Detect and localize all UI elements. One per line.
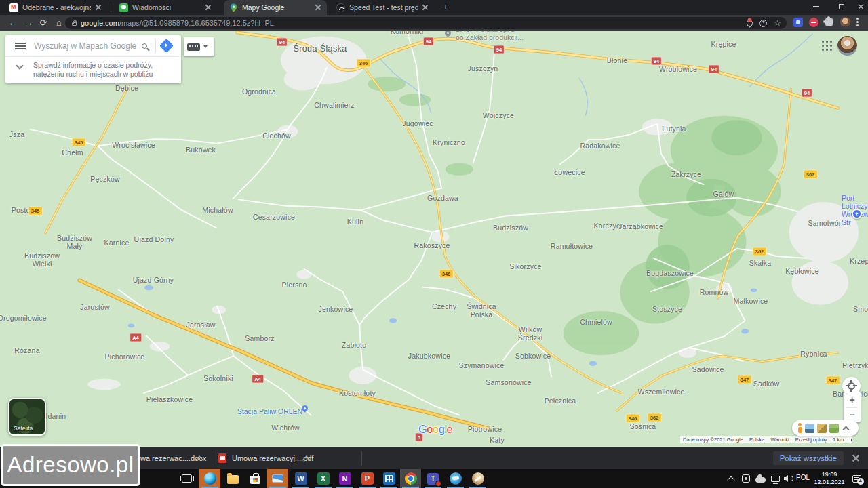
directions-icon[interactable] — [159, 39, 174, 53]
forward-button[interactable]: → — [22, 17, 35, 29]
map-town-label[interactable]: Różana — [14, 347, 39, 355]
downloads-bar-close-icon[interactable] — [852, 454, 860, 462]
bookmark-star-icon[interactable]: ☆ — [774, 20, 781, 27]
map-town-label[interactable]: Kulin — [347, 218, 363, 226]
map-town-label[interactable]: Świdnica Polska — [467, 303, 496, 319]
map-town-label[interactable]: Chmielów — [580, 319, 612, 327]
address-bar[interactable]: google.com/maps/@51.0985879,16.6535749,1… — [65, 17, 787, 29]
action-center-button[interactable]: 4 — [846, 469, 867, 488]
tray-onedrive-button[interactable] — [753, 469, 768, 488]
map-town-label[interactable]: Lutynia — [662, 125, 686, 134]
tab-gmail[interactable]: Odebrane - arekwojnarowski@g — [4, 0, 107, 15]
map-town-label[interactable]: Zakrzyce — [671, 171, 701, 179]
map-town-label[interactable]: Katy — [490, 436, 505, 445]
close-icon[interactable] — [315, 4, 321, 11]
imagery-carousel[interactable] — [792, 420, 859, 436]
map-town-label[interactable]: Środa Śląska — [293, 45, 347, 54]
lock-icon[interactable] — [72, 22, 77, 26]
map-town-label[interactable]: Komórniki — [391, 31, 423, 36]
map-town-label[interactable]: Jakubkowice — [408, 352, 450, 361]
map-town-label[interactable]: Wszemiłowice — [638, 388, 685, 396]
map-town-label[interactable]: Budziszów — [493, 224, 528, 232]
map-town-label[interactable]: Jarząbkowice — [618, 223, 663, 231]
map-town-label[interactable]: Kostomłoty — [339, 390, 376, 398]
map-town-label[interactable]: Ciechów — [262, 132, 291, 140]
map-poi-label[interactable]: BASF Polska sp. z oo Zakład produkcji... — [456, 31, 524, 41]
map-town-label[interactable]: Dębice — [115, 85, 138, 93]
chevron-down-icon[interactable] — [16, 62, 23, 69]
taskbar-edge-button[interactable] — [199, 469, 220, 488]
map-town-label[interactable]: Pichorowice — [105, 353, 145, 361]
taskbar-calendar-button[interactable] — [378, 469, 399, 488]
map-town-label[interactable]: Samsonowice — [486, 379, 532, 387]
home-button[interactable]: ⌂ — [53, 17, 65, 29]
window-minimize-button[interactable] — [804, 0, 827, 14]
map-town-label[interactable]: Radakowice — [580, 142, 620, 150]
tray-app-window-icon[interactable] — [739, 469, 753, 488]
map-town-label[interactable]: Rakoszyce — [414, 242, 450, 250]
map-town-label[interactable]: Smolec — [853, 306, 868, 314]
tab-messages[interactable]: Wiadomości — [114, 0, 217, 15]
circle-icon[interactable] — [760, 20, 767, 27]
extension-icon-blue[interactable] — [793, 18, 803, 27]
map-town-label[interactable]: Szymanowice — [459, 362, 505, 370]
map-town-label[interactable]: Skałka — [749, 260, 772, 268]
map-town-label[interactable]: Gozdawa — [427, 195, 458, 203]
imagery-thumbnail[interactable] — [817, 424, 827, 433]
map-town-label[interactable]: Stoszyce — [652, 306, 682, 314]
map-town-label[interactable]: Wrocisławice — [112, 142, 155, 150]
taskbar-file-explorer-button[interactable] — [222, 469, 243, 488]
clock[interactable]: 19:09 12.01.2021 — [814, 471, 845, 486]
close-icon[interactable] — [422, 4, 429, 11]
browser-menu-icon[interactable] — [856, 18, 859, 27]
tab-maps-active[interactable]: Mapy Google — [224, 0, 327, 15]
tab-speedtest[interactable]: Speed Test - test prędkości łącza — [331, 0, 434, 15]
map-town-label[interactable]: Wojczyce — [483, 112, 514, 120]
map-town-label[interactable]: Bogdaszowice — [646, 270, 694, 278]
window-close-button[interactable] — [853, 0, 868, 14]
show-all-downloads-button[interactable]: Pokaż wszystkie — [773, 451, 844, 465]
map-town-label[interactable]: Pietrzykowice — [842, 362, 868, 370]
map-town-label[interactable]: Kębłowice — [785, 268, 819, 276]
close-icon[interactable] — [205, 4, 212, 11]
map-town-label[interactable]: Piersno — [281, 281, 307, 289]
zoom-in-button[interactable]: + — [844, 392, 861, 407]
map-town-label[interactable]: Jsza — [9, 131, 24, 139]
taskbar-teams-button[interactable] — [422, 469, 443, 488]
download-item-pdf[interactable]: Umowa rezerwacyj....pdf — [232, 454, 313, 462]
reload-button[interactable]: ⟳ — [37, 17, 50, 29]
attribution-feedback-link[interactable]: Prześlij opinię — [795, 436, 827, 443]
map-town-label[interactable]: Krzeptów — [850, 258, 868, 266]
map-canvas[interactable]: KomórnikiŚroda ŚląskaJuszczynKrępiceBłon… — [0, 31, 868, 447]
taskbar-powerpoint-button[interactable] — [357, 469, 378, 488]
chevron-up-icon[interactable] — [843, 426, 850, 432]
taskbar-paint-button[interactable] — [467, 469, 488, 488]
map-town-label[interactable]: Jenkowice — [319, 306, 353, 314]
map-town-label[interactable]: Wilków Średzki — [518, 326, 542, 342]
map-town-label[interactable]: Juszczyn — [468, 65, 498, 73]
search-icon[interactable] — [142, 43, 147, 49]
airport-pin-icon[interactable] — [852, 209, 862, 219]
location-blocked-icon[interactable] — [745, 19, 754, 28]
map-town-label[interactable]: Wichrów — [271, 424, 300, 432]
map-town-label[interactable]: Budziszów Wielki — [24, 252, 60, 268]
map-town-label[interactable]: Sobkowice — [515, 352, 551, 361]
map-town-label[interactable]: Łowęcice — [554, 169, 585, 177]
google-apps-grid-icon[interactable] — [822, 41, 833, 52]
map-town-label[interactable]: Samborz — [245, 335, 274, 343]
tray-hidden-icons-button[interactable] — [724, 469, 738, 488]
map-town-label[interactable]: Ujazd Górny — [133, 277, 174, 285]
map-town-label[interactable]: Jarostów — [80, 304, 110, 312]
menu-hamburger-icon[interactable] — [15, 43, 26, 49]
taskbar-chrome-button[interactable] — [400, 469, 421, 488]
map-town-label[interactable]: Czechy — [432, 303, 456, 311]
map-town-label[interactable]: Małkowice — [734, 298, 768, 306]
language-indicator[interactable]: POL — [796, 474, 810, 481]
map-town-label[interactable]: Błonie — [607, 57, 627, 65]
taskbar-onenote-button[interactable] — [334, 469, 355, 488]
map-town-label[interactable]: Sośnica — [630, 423, 656, 431]
map-town-label[interactable]: Karnice — [104, 239, 129, 247]
back-button[interactable]: ← — [7, 17, 19, 29]
taskbar-excel-button[interactable] — [313, 469, 334, 488]
map-town-label[interactable]: Ogrodnica — [242, 88, 276, 96]
